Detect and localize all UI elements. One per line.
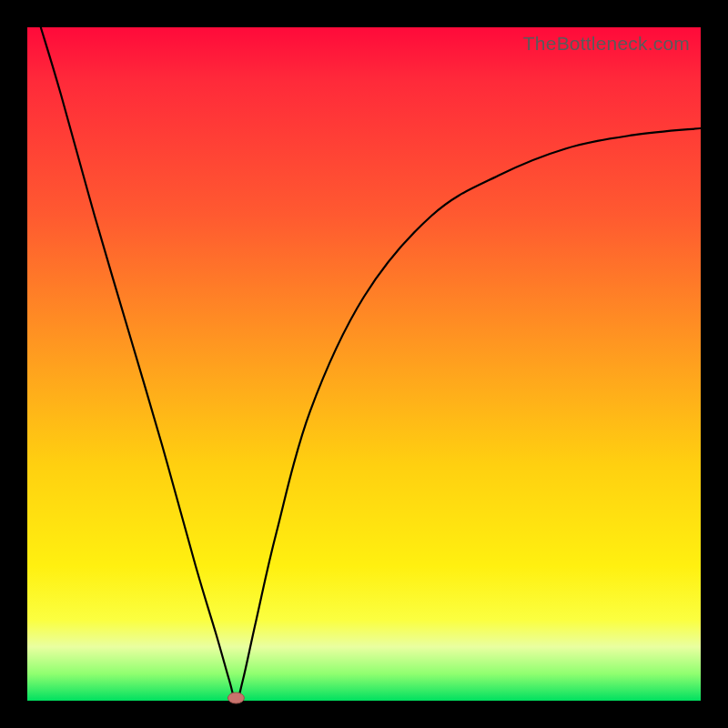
curve-svg [27, 27, 701, 701]
plot-area: TheBottleneck.com [27, 27, 701, 701]
bottleneck-curve [41, 27, 701, 701]
optimal-point [228, 693, 244, 703]
chart-frame: TheBottleneck.com [0, 0, 728, 728]
